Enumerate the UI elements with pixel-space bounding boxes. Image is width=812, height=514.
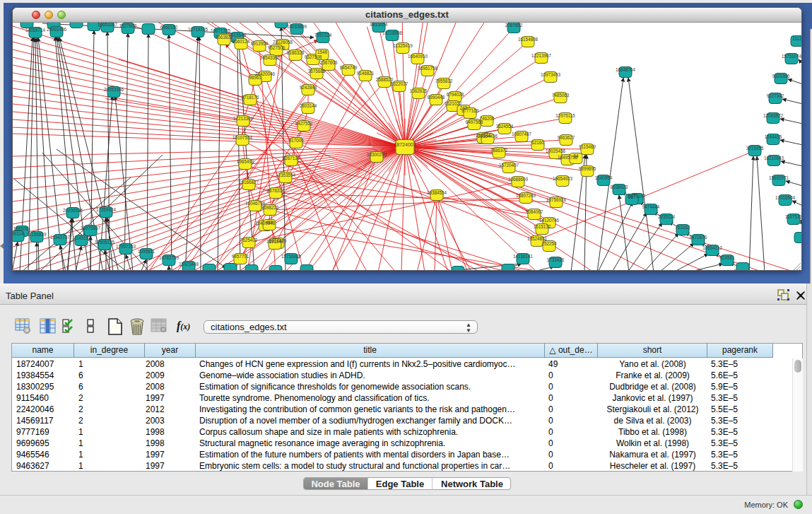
svg-text:15751074: 15751074 — [782, 54, 801, 59]
svg-text:2935114: 2935114 — [658, 214, 676, 219]
svg-text:8938923: 8938923 — [611, 185, 628, 189]
svg-text:12505135: 12505135 — [95, 240, 115, 245]
svg-text:12213967: 12213967 — [531, 53, 552, 58]
svg-text:98961: 98961 — [249, 75, 261, 80]
svg-text:2803144: 2803144 — [300, 103, 317, 108]
svg-text:917006: 917006 — [288, 138, 304, 143]
svg-text:114519: 114519 — [74, 235, 89, 240]
svg-text:17359924: 17359924 — [96, 207, 117, 212]
svg-text:9474444: 9474444 — [642, 204, 660, 209]
svg-text:12353594: 12353594 — [276, 173, 296, 177]
svg-text:15923448: 15923448 — [179, 262, 199, 267]
svg-text:8471676: 8471676 — [690, 235, 707, 240]
svg-text:30975867: 30975867 — [81, 226, 101, 230]
svg-text:1691144: 1691144 — [266, 239, 284, 244]
svg-text:7625402: 7625402 — [240, 238, 258, 243]
svg-text:15720407: 15720407 — [499, 163, 519, 168]
svg-text:16210643: 16210643 — [764, 156, 784, 160]
svg-text:16154808: 16154808 — [518, 37, 539, 42]
svg-text:10025438: 10025438 — [546, 148, 566, 153]
svg-text:19654923: 19654923 — [553, 176, 573, 181]
svg-text:9777169: 9777169 — [461, 108, 479, 113]
svg-text:16961758: 16961758 — [418, 66, 438, 71]
svg-text:39114: 39114 — [13, 231, 24, 236]
svg-text:12975115: 12975115 — [555, 113, 575, 118]
svg-text:7663822: 7663822 — [216, 35, 233, 40]
svg-text:14055714: 14055714 — [25, 28, 46, 33]
svg-text:8990448: 8990448 — [428, 95, 445, 100]
svg-text:1640954: 1640954 — [595, 175, 613, 180]
svg-text:62160: 62160 — [531, 140, 544, 145]
svg-text:2087682: 2087682 — [505, 23, 523, 28]
svg-text:7955812: 7955812 — [435, 78, 453, 83]
svg-text:17957253: 17957253 — [116, 244, 136, 249]
svg-text:6794028: 6794028 — [447, 92, 464, 97]
svg-text:11325419: 11325419 — [393, 43, 413, 48]
svg-text:8267130: 8267130 — [283, 156, 300, 160]
svg-text:10688609: 10688609 — [508, 177, 529, 182]
svg-text:19384554: 19384554 — [427, 190, 447, 195]
svg-text:746206: 746206 — [479, 116, 495, 121]
svg-text:9527506: 9527506 — [268, 45, 286, 50]
svg-text:9146821: 9146821 — [357, 71, 375, 76]
svg-text:23226058: 23226058 — [273, 40, 293, 45]
svg-text:16543362: 16543362 — [260, 55, 281, 60]
svg-text:20091406: 20091406 — [47, 27, 67, 32]
svg-text:16107554: 16107554 — [233, 135, 253, 140]
svg-text:687: 687 — [628, 194, 636, 199]
svg-text:1546: 1546 — [317, 49, 328, 54]
svg-text:18807249: 18807249 — [516, 193, 536, 198]
svg-text:9242848: 9242848 — [300, 85, 317, 90]
svg-text:18724007: 18724007 — [394, 142, 416, 147]
svg-text:10719155: 10719155 — [188, 27, 208, 32]
svg-text:7886372: 7886372 — [490, 148, 508, 153]
svg-text:1615132: 1615132 — [534, 224, 551, 229]
svg-text:3215955: 3215955 — [746, 146, 764, 151]
svg-text:6466160: 6466160 — [160, 25, 178, 30]
svg-text:10654112: 10654112 — [702, 245, 722, 250]
svg-text:16033809: 16033809 — [287, 24, 307, 29]
svg-text:1965493: 1965493 — [237, 159, 254, 164]
svg-text:19166827: 19166827 — [239, 180, 259, 185]
svg-text:9327508: 9327508 — [305, 54, 322, 59]
svg-text:489: 489 — [266, 220, 273, 225]
svg-text:1885061: 1885061 — [13, 226, 31, 231]
svg-text:3675685: 3675685 — [308, 69, 326, 74]
svg-text:8813054: 8813054 — [370, 23, 388, 27]
svg-text:9899695: 9899695 — [579, 166, 596, 171]
svg-text:17016504: 17016504 — [775, 195, 796, 200]
svg-text:8912954: 8912954 — [251, 41, 269, 46]
svg-text:1167533: 1167533 — [785, 214, 801, 219]
svg-text:12093872: 12093872 — [763, 113, 784, 118]
svg-text:1244415: 1244415 — [765, 134, 782, 139]
svg-text:763262: 763262 — [675, 225, 690, 230]
svg-text:14136141: 14136141 — [513, 254, 534, 259]
svg-text:3698222: 3698222 — [261, 205, 279, 210]
svg-text:18300295: 18300295 — [367, 152, 387, 157]
svg-text:15692971: 15692971 — [769, 175, 789, 180]
svg-text:2718176: 2718176 — [242, 95, 259, 100]
svg-text:10653287: 10653287 — [98, 23, 118, 27]
svg-text:14120746: 14120746 — [539, 218, 560, 223]
svg-text:10756928: 10756928 — [546, 197, 567, 202]
svg-text:19218506: 19218506 — [382, 30, 403, 35]
svg-text:7357224: 7357224 — [314, 33, 332, 37]
svg-text:16782759: 16782759 — [159, 255, 180, 260]
svg-text:20053346: 20053346 — [104, 87, 124, 92]
svg-text:1362615: 1362615 — [410, 88, 428, 93]
svg-text:11156829: 11156829 — [27, 232, 47, 237]
svg-text:924561: 924561 — [719, 255, 735, 260]
svg-text:10973493: 10973493 — [541, 72, 561, 77]
svg-text:9329366: 9329366 — [772, 74, 790, 78]
svg-text:1527602: 1527602 — [119, 23, 137, 28]
svg-text:8454749: 8454749 — [340, 65, 358, 70]
svg-text:64: 64 — [573, 153, 579, 158]
svg-text:8186328: 8186328 — [287, 50, 305, 55]
svg-text:15716485: 15716485 — [281, 254, 302, 259]
svg-text:9227342: 9227342 — [767, 93, 784, 98]
svg-text:8678331: 8678331 — [267, 188, 285, 193]
svg-text:8660124: 8660124 — [233, 39, 250, 44]
svg-text:16640910: 16640910 — [408, 54, 428, 59]
svg-text:9115460: 9115460 — [579, 144, 596, 149]
svg-text:1733426: 1733426 — [547, 257, 565, 262]
